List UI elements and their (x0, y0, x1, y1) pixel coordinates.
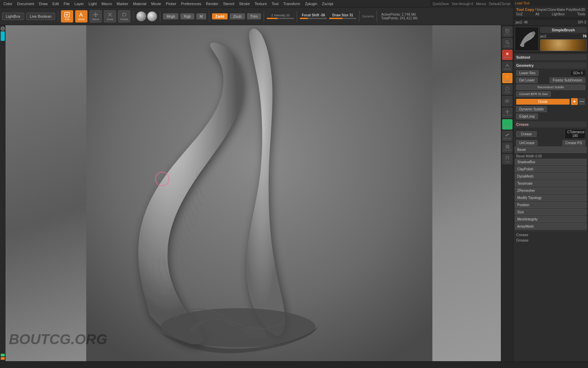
rgb-button[interactable]: Rgb (180, 13, 194, 19)
menu-marker[interactable]: Marker (115, 1, 130, 6)
menu-tool[interactable]: Tool (270, 1, 280, 6)
material-ball-1[interactable] (136, 11, 146, 21)
menu-render[interactable]: Render (204, 1, 220, 6)
default-script-label[interactable]: DefaultZScript (489, 2, 510, 6)
make-poly-label[interactable]: Make PolyMesh3D (557, 8, 585, 12)
meshintegrity-button[interactable]: MeshIntegrity (515, 216, 587, 223)
edit-button[interactable]: Edit (61, 10, 73, 22)
left-tool-color[interactable] (1, 31, 5, 41)
sol3d-button[interactable]: Move (502, 119, 512, 129)
reconstruct-button[interactable]: Reconstruct Subdiv (516, 85, 585, 90)
crease-bottom-label[interactable]: Crease (515, 232, 587, 237)
goz-label[interactable]: GoZ (516, 12, 523, 16)
trsp-button[interactable]: Line Fit (502, 142, 512, 153)
crease-pg-button[interactable]: Crease PG (562, 140, 585, 146)
divide-icon[interactable] (571, 98, 578, 105)
zadd-button[interactable]: Zadd (212, 13, 228, 19)
divide-button[interactable]: Divide (516, 99, 570, 105)
shadowbox-button[interactable]: ShadowBox (515, 159, 587, 165)
move-button[interactable]: Move (89, 10, 102, 22)
geometry-header[interactable]: Geometry (515, 62, 587, 68)
menu-preferences[interactable]: Preferences (179, 1, 203, 6)
clone-label[interactable]: Clone (547, 8, 556, 12)
sdiv-value[interactable]: SDiv 6 (571, 70, 585, 76)
tool-copy-label[interactable]: Tool Copy ! (516, 7, 537, 12)
live-boolean-button[interactable]: Live Boolean (26, 13, 55, 20)
menu-transform[interactable]: Transform (281, 1, 303, 6)
position-button[interactable]: Position (515, 202, 587, 208)
del-lower-button[interactable]: Del Lower (516, 77, 538, 83)
arraymesh-button[interactable]: ArrayMesh (515, 223, 587, 230)
action-button[interactable]: Action (502, 50, 512, 60)
bevel-button[interactable]: Bevel (515, 147, 587, 153)
all-label[interactable]: All (536, 12, 539, 16)
menu-document[interactable]: Document (15, 1, 36, 6)
menus-label[interactable]: Menus (476, 2, 486, 6)
menu-edit[interactable]: Edit (50, 1, 61, 6)
menu-zscript[interactable]: Zscript (320, 1, 335, 6)
see-through-label[interactable]: See-through 0 (452, 2, 473, 6)
zsub-button[interactable]: Zsub (230, 13, 245, 19)
menu-texture[interactable]: Texture (252, 1, 269, 6)
claypolish-button[interactable]: ClayPolish (515, 166, 587, 172)
lightbox-button[interactable]: LightBox (2, 13, 24, 20)
rollit-button[interactable]: RollIt (502, 85, 512, 95)
rotate-button[interactable]: Rotate (118, 10, 130, 22)
focal-slider[interactable] (300, 18, 327, 19)
scroll2d-button[interactable] (502, 96, 512, 106)
menu-file[interactable]: File (62, 1, 72, 6)
import-label[interactable]: Import (537, 8, 546, 12)
menu-material[interactable]: Material (131, 1, 148, 6)
quicksave-label[interactable]: QuickSave (432, 2, 449, 6)
m-button[interactable]: M (196, 13, 206, 19)
scale-button[interactable]: Scale (104, 10, 116, 22)
grease-label[interactable]: Grease (515, 237, 587, 243)
convert-bpr-button[interactable]: Convert BPR To Geo (516, 91, 551, 97)
menu-color[interactable]: Color (1, 1, 14, 6)
menu-layer[interactable]: Layer (72, 1, 86, 6)
menu-movie[interactable]: Movie (149, 1, 163, 6)
menu-stencil[interactable]: Stencil (221, 1, 236, 6)
size-button[interactable]: Size (515, 209, 587, 215)
dump-button[interactable]: Trsp (502, 154, 512, 164)
subtool-header[interactable]: Subtool (515, 54, 587, 60)
zoom-button[interactable]: Zoom (502, 38, 512, 48)
material-ball-2[interactable] (147, 11, 157, 21)
linefit-button[interactable]: SolD3D (502, 131, 512, 141)
tools-label[interactable]: Tools (577, 12, 585, 16)
crease-button[interactable]: Crease (516, 131, 537, 137)
trim-button[interactable]: Trim (247, 13, 261, 19)
menu-draw[interactable]: Draw (37, 1, 50, 6)
dynamic-subdiv-button[interactable]: Dynamic Subdiv (516, 106, 547, 112)
freeze-subdiv-button[interactable]: Freeze SubDivision (550, 77, 585, 83)
left-tool-orange[interactable] (1, 357, 5, 360)
ctolerance-value[interactable]: CTolerance 180 (565, 129, 585, 139)
menu-macro[interactable]: Macro (99, 1, 114, 6)
scroll-button[interactable]: Scroll (502, 27, 512, 37)
z-intensity-slider[interactable] (267, 18, 294, 19)
left-tool-green[interactable] (1, 354, 5, 356)
dynamesh-button[interactable]: DynaMesh (515, 173, 587, 180)
uncrease-button[interactable]: UnCrease (516, 140, 538, 146)
lightbox-rp-label[interactable]: Lightbox (552, 12, 565, 16)
menu-light[interactable]: Light (86, 1, 99, 6)
divide-sub-icon[interactable] (578, 98, 585, 105)
lamp-button[interactable]: Lamp (502, 73, 512, 83)
load-tool-button[interactable]: Load Tool (515, 1, 529, 5)
draw-size-slider[interactable] (329, 18, 356, 19)
left-tool-pointer[interactable] (1, 27, 5, 31)
simplebush-label[interactable]: SimpleBrush (540, 27, 587, 33)
canvas-area[interactable]: BOUTCG.ORG (5, 25, 513, 361)
crease-section-header[interactable]: Crease (515, 121, 587, 127)
brush-preview[interactable] (515, 27, 539, 51)
aahat-button[interactable]: AAHat (502, 61, 512, 72)
edgeloop-button[interactable]: EdgeLoop (516, 113, 538, 119)
zremesher-button[interactable]: ZRemesher (515, 187, 587, 194)
menu-picker[interactable]: Picker (164, 1, 178, 6)
modify-topology-button[interactable]: Modify Topology (515, 195, 587, 201)
menu-zplugin[interactable]: Zplugin (303, 1, 319, 6)
menu-stroke[interactable]: Stroke (237, 1, 252, 6)
secondary-tool-preview[interactable] (540, 39, 587, 51)
mrgb-button[interactable]: Mrgb (163, 13, 178, 19)
tessimate-button[interactable]: Tessimate (515, 180, 587, 187)
